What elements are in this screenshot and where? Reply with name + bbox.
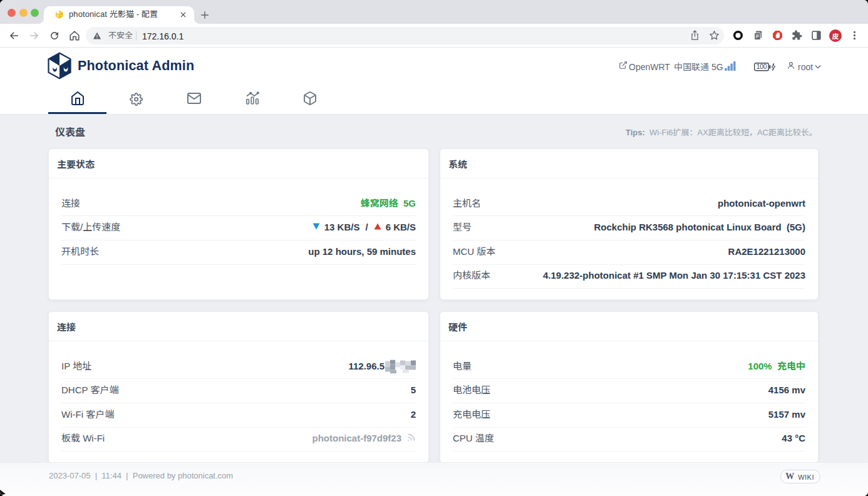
svg-text:100: 100 (757, 63, 767, 70)
